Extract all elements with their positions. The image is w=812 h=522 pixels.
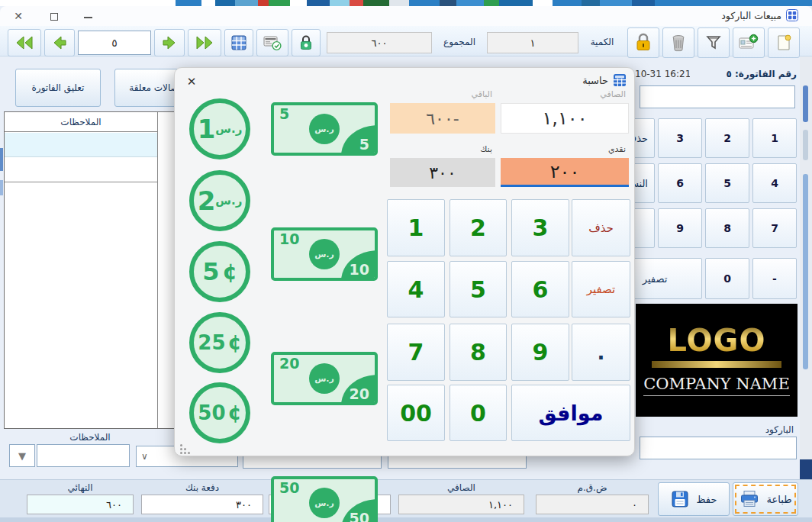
nav-first-button[interactable] bbox=[8, 29, 41, 56]
background-block bbox=[800, 459, 812, 479]
keypad-5-button[interactable]: 5 bbox=[705, 163, 749, 203]
riyal-badge: ر.س bbox=[309, 114, 340, 144]
notes-input[interactable] bbox=[37, 444, 130, 467]
close-window-icon[interactable]: ✕ bbox=[9, 8, 27, 24]
calc-5-button[interactable]: 5 bbox=[450, 261, 507, 317]
background-window-strip bbox=[0, 0, 812, 6]
invoice-input[interactable] bbox=[640, 85, 795, 108]
keypad-6-button[interactable]: 6 bbox=[658, 163, 702, 203]
quantity-field[interactable]: ١ bbox=[487, 32, 578, 53]
grid-view-button[interactable] bbox=[224, 29, 253, 56]
hold-invoice-button[interactable]: تعليق الفاتورة bbox=[15, 69, 101, 107]
dialog-close-icon[interactable]: ✕ bbox=[182, 72, 201, 91]
bottom-strip bbox=[0, 517, 812, 522]
double-left-arrow-icon bbox=[14, 35, 34, 50]
bill-20-button[interactable]: 20 ر.س 20 bbox=[271, 352, 378, 405]
calc-2-button[interactable]: 2 bbox=[450, 199, 507, 256]
keypad-9-button[interactable]: 9 bbox=[658, 208, 702, 248]
notes-table[interactable]: الملاحظات bbox=[4, 111, 178, 429]
calc-1-button[interactable]: 1 bbox=[387, 199, 445, 256]
riyal-badge: ر.س bbox=[309, 239, 340, 269]
calc-3-button[interactable]: 3 bbox=[511, 199, 569, 256]
add-customer-button[interactable] bbox=[733, 27, 765, 58]
keypad-1-button[interactable]: 1 bbox=[752, 118, 797, 158]
lock-screen-button[interactable] bbox=[292, 29, 321, 56]
calc-dot-button[interactable]: . bbox=[572, 324, 630, 381]
vat-label: ض.ق.م bbox=[536, 482, 649, 493]
green-lock-icon bbox=[298, 34, 314, 51]
background-edge-mark bbox=[0, 148, 3, 171]
remaining-field: ٦٠٠- bbox=[390, 103, 495, 134]
new-invoice-button[interactable] bbox=[768, 27, 800, 58]
calc-9-button[interactable]: 9 bbox=[511, 324, 569, 381]
calc-4-button[interactable]: 4 bbox=[387, 261, 445, 317]
coin-25-cent-button[interactable]: ¢25 bbox=[189, 312, 250, 373]
payment-card-button[interactable] bbox=[256, 29, 288, 56]
invoice-nav-field[interactable]: ٥ bbox=[78, 31, 151, 55]
keypad-8-button[interactable]: 8 bbox=[705, 208, 749, 248]
background-right-strip bbox=[800, 56, 812, 479]
nav-prev-button[interactable] bbox=[44, 29, 75, 56]
net-label: الصافي bbox=[501, 89, 626, 99]
calc-00-button[interactable]: 00 bbox=[387, 385, 445, 441]
calc-6-button[interactable]: 6 bbox=[511, 261, 569, 317]
delete-invoice-button[interactable] bbox=[662, 27, 694, 58]
notes-column-header[interactable]: الملاحظات bbox=[5, 112, 157, 132]
calc-7-button[interactable]: 7 bbox=[387, 324, 445, 381]
cash-label: نقدي bbox=[501, 144, 626, 154]
net-total-field: ١,١٠٠ bbox=[398, 495, 524, 514]
bank-field[interactable]: ٣٠٠ bbox=[390, 158, 495, 187]
coin-2-riyal-button[interactable]: ر.س2 bbox=[189, 170, 250, 231]
maximize-icon[interactable] bbox=[50, 13, 58, 21]
grid-icon bbox=[231, 35, 246, 50]
bill-50-button[interactable]: 50 ر.س 50 bbox=[271, 476, 378, 522]
notes-dropdown-button[interactable]: ▼ bbox=[9, 444, 35, 467]
net-field: ١,١٠٠ bbox=[501, 103, 629, 134]
bank-payment-field[interactable]: ٣٠٠ bbox=[141, 495, 263, 514]
total-label: المجموع bbox=[437, 37, 482, 47]
keypad-3-button[interactable]: 3 bbox=[658, 118, 702, 158]
app-window: ✕ مبيعات الباركود ٥ ٦٠٠ المجموع ١ الكمية bbox=[0, 0, 812, 522]
background-edge-mark bbox=[0, 180, 3, 195]
calc-delete-button[interactable]: حذف bbox=[572, 199, 630, 256]
calc-8-button[interactable]: 8 bbox=[450, 324, 507, 381]
keypad-0-button[interactable]: 0 bbox=[705, 258, 749, 299]
bank-label: بنك bbox=[390, 144, 492, 154]
barcode-input[interactable] bbox=[640, 437, 797, 459]
coin-1-riyal-button[interactable]: ر.س1 bbox=[189, 98, 250, 160]
company-logo: LOGO COMPANY NAME bbox=[636, 304, 798, 417]
minimize-icon[interactable] bbox=[84, 17, 92, 18]
table-row[interactable] bbox=[5, 133, 157, 157]
filter-button[interactable] bbox=[698, 27, 730, 58]
cash-field[interactable]: ٢٠٠ bbox=[501, 158, 629, 187]
calc-ok-button[interactable]: موافق bbox=[511, 385, 630, 441]
save-button[interactable]: حفظ bbox=[658, 482, 730, 516]
keypad-minus-button[interactable]: - bbox=[752, 258, 797, 299]
coin-50-cent-button[interactable]: ¢50 bbox=[189, 382, 250, 443]
new-document-icon bbox=[775, 34, 793, 52]
calc-reset-button[interactable]: تصفير bbox=[572, 261, 630, 317]
scrollbar-thumb bbox=[803, 85, 808, 122]
print-button[interactable]: طباعة bbox=[733, 482, 798, 516]
unlock-invoice-button[interactable] bbox=[627, 27, 659, 58]
final-total-field: ٦٠٠ bbox=[27, 495, 134, 514]
company-name-text: COMPANY NAME bbox=[643, 375, 789, 396]
right-arrow-icon bbox=[162, 35, 177, 50]
table-row[interactable] bbox=[5, 158, 157, 182]
notes-label: الملاحظات bbox=[46, 432, 134, 443]
dialog-resize-grip[interactable] bbox=[179, 443, 191, 455]
keypad-7-button[interactable]: 7 bbox=[752, 208, 797, 248]
bill-10-button[interactable]: 10 ر.س 10 bbox=[271, 227, 378, 281]
app-title-group: مبيعات الباركود bbox=[721, 9, 798, 21]
bank-payment-label: دفعة بنك bbox=[141, 482, 263, 493]
nav-next-button[interactable] bbox=[154, 29, 185, 56]
floppy-disk-icon bbox=[671, 490, 689, 508]
keypad-2-button[interactable]: 2 bbox=[705, 118, 749, 158]
bill-5-button[interactable]: 5 ر.س 5 bbox=[271, 102, 378, 156]
nav-last-button[interactable] bbox=[188, 29, 221, 56]
logo-text: LOGO bbox=[668, 325, 766, 356]
keypad-4-button[interactable]: 4 bbox=[752, 163, 797, 203]
coin-5-cent-button[interactable]: ¢5 bbox=[189, 241, 250, 302]
card-check-icon bbox=[263, 34, 282, 51]
calc-0-button[interactable]: 0 bbox=[450, 385, 507, 441]
